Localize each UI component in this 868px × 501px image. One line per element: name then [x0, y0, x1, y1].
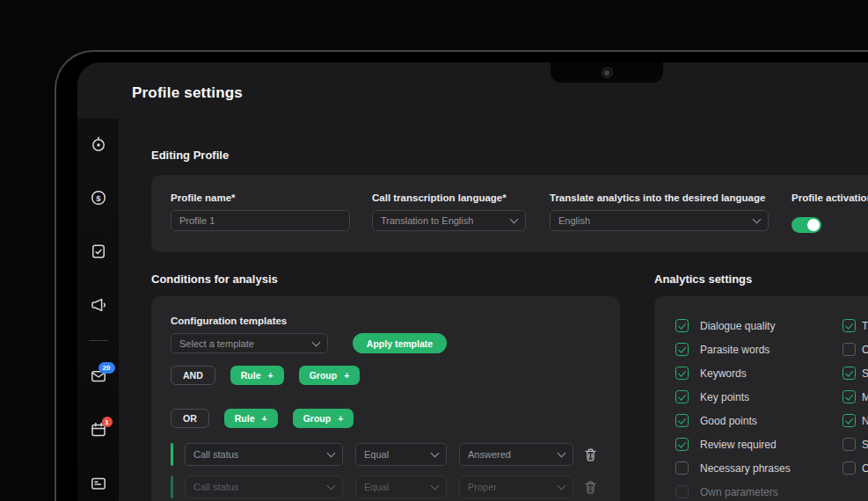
analytics-option[interactable]: S — [842, 432, 868, 456]
profile-activation-toggle[interactable] — [791, 217, 821, 233]
page-title: Profile settings — [132, 84, 868, 102]
analytics-option-review-required[interactable]: Review required — [675, 432, 842, 456]
checkbox-icon — [842, 319, 856, 332]
chevron-down-icon — [510, 215, 519, 224]
checkbox-icon — [675, 343, 689, 356]
sidebar-divider — [89, 340, 108, 341]
analytics-option-keywords[interactable]: Keywords — [675, 361, 842, 385]
analytics-option-label: Necessary phrases — [700, 462, 791, 475]
analytics-option-good-points[interactable]: Good points — [675, 409, 842, 432]
condition-operator-select[interactable]: Equal — [355, 476, 447, 498]
conditions-heading: Conditions for analysis — [151, 272, 620, 286]
plus-icon: + — [338, 413, 343, 424]
apply-template-button[interactable]: Apply template — [353, 333, 447, 353]
rule-indent-bar — [171, 476, 173, 498]
checkbox-icon — [842, 343, 856, 356]
analytics-option-label: T — [862, 320, 868, 332]
analytics-option[interactable]: N — [842, 409, 868, 432]
add-rule-button[interactable]: Rule + — [224, 409, 278, 428]
condition-value-select[interactable]: Proper — [459, 476, 573, 498]
checkbox-icon — [842, 438, 856, 451]
condition-value-value: Answered — [468, 449, 511, 460]
analytics-option-label: Review required — [700, 439, 777, 451]
transcription-language-select[interactable]: Translation to English — [372, 210, 526, 231]
checkbox-icon — [675, 414, 689, 427]
condition-value-select[interactable]: Answered — [459, 443, 573, 466]
analytics-settings-heading: Analytics settings — [654, 272, 868, 286]
condition-row: Call status Equal Proper — [171, 476, 601, 498]
checkbox-icon — [675, 390, 689, 403]
sidebar-item-messages[interactable]: 20 — [90, 367, 107, 385]
condition-field-value: Call status — [193, 482, 238, 492]
app-header: Profile settings — [77, 62, 868, 119]
analytics-option[interactable]: S — [842, 361, 868, 385]
svg-text:$: $ — [96, 193, 101, 203]
checkbox-icon — [675, 319, 689, 332]
sidebar-item-goals[interactable] — [90, 135, 107, 153]
sidebar-item-billing[interactable]: $ — [90, 189, 107, 207]
template-select[interactable]: Select a template — [171, 333, 328, 353]
profile-activation-label: Profile activation — [791, 192, 868, 203]
profile-name-input[interactable] — [171, 210, 350, 231]
sidebar-item-tasks[interactable] — [90, 243, 107, 260]
editing-profile-heading: Editing Profile — [151, 149, 868, 162]
add-group-button[interactable]: Group + — [293, 409, 354, 428]
transcription-language-value: Translation to English — [381, 215, 473, 226]
analytics-option[interactable]: T — [842, 314, 868, 338]
chevron-down-icon — [558, 482, 566, 490]
sidebar-item-calendar[interactable]: 1 — [90, 421, 107, 439]
mail-icon — [90, 373, 107, 388]
calendar-icon — [90, 426, 107, 441]
sidebar-item-announcements[interactable] — [90, 296, 107, 314]
and-operator-button[interactable]: AND — [171, 366, 215, 385]
analytics-option-label: O — [862, 344, 868, 356]
translate-language-label: Translate analytics into the desired lan… — [550, 192, 769, 203]
rule-indent-bar — [171, 443, 173, 466]
condition-row: Call status Equal Answered — [171, 443, 601, 466]
or-operator-button[interactable]: OR — [171, 409, 209, 428]
analytics-option[interactable]: C — [842, 456, 868, 480]
condition-field-value: Call status — [193, 449, 238, 460]
analytics-option-dialogue-quality[interactable]: Dialogue quality — [675, 314, 842, 338]
analytics-option-label: N — [862, 415, 868, 427]
analytics-option-label: S — [862, 439, 868, 451]
condition-field-select[interactable]: Call status — [185, 443, 343, 466]
add-rule-label: Rule — [241, 370, 261, 381]
translate-language-select[interactable]: English — [550, 210, 769, 231]
add-group-button[interactable]: Group + — [299, 366, 361, 385]
plus-icon: + — [344, 370, 349, 381]
condition-field-select[interactable]: Call status — [185, 476, 343, 498]
analytics-option-label: Good points — [700, 415, 757, 427]
analytics-option[interactable]: O — [842, 338, 868, 361]
checkbox-icon — [842, 414, 856, 427]
analytics-option-label: S — [862, 367, 868, 380]
analytics-option-key-points[interactable]: Key points — [675, 385, 842, 409]
condition-operator-select[interactable]: Equal — [355, 443, 447, 466]
condition-value-value: Proper — [468, 482, 497, 492]
analytics-settings-card: Dialogue quality Parasite words Keywords — [654, 296, 868, 501]
analytics-option-necessary-phrases[interactable]: Necessary phrases — [675, 456, 842, 480]
analytics-option-parasite-words[interactable]: Parasite words — [675, 338, 842, 361]
add-rule-button[interactable]: Rule + — [230, 366, 284, 385]
checkbox-icon — [842, 461, 856, 475]
chevron-down-icon — [753, 215, 762, 224]
delete-condition-icon[interactable] — [585, 481, 596, 494]
analytics-option[interactable]: M — [842, 385, 868, 409]
analytics-option-label: Dialogue quality — [700, 320, 775, 332]
main-content: Editing Profile Profile name* Call trans… — [119, 119, 868, 501]
webcam-icon — [602, 67, 613, 78]
transcription-language-label: Call transcription language* — [372, 192, 526, 203]
plus-icon: + — [262, 413, 267, 424]
sidebar: $ — [77, 119, 119, 501]
chevron-down-icon — [327, 449, 336, 458]
delete-condition-icon[interactable] — [585, 448, 596, 461]
chevron-down-icon — [312, 338, 321, 346]
analytics-option-label: Keywords — [700, 367, 747, 380]
sidebar-item-cards[interactable] — [90, 475, 107, 492]
plus-icon: + — [268, 370, 274, 381]
analytics-option-label: M — [862, 391, 868, 403]
megaphone-icon — [90, 301, 107, 316]
add-group-label: Group — [310, 370, 338, 381]
analytics-option-own-parameters[interactable]: Own parameters — [675, 480, 842, 501]
template-select-value: Select a template — [179, 338, 254, 349]
